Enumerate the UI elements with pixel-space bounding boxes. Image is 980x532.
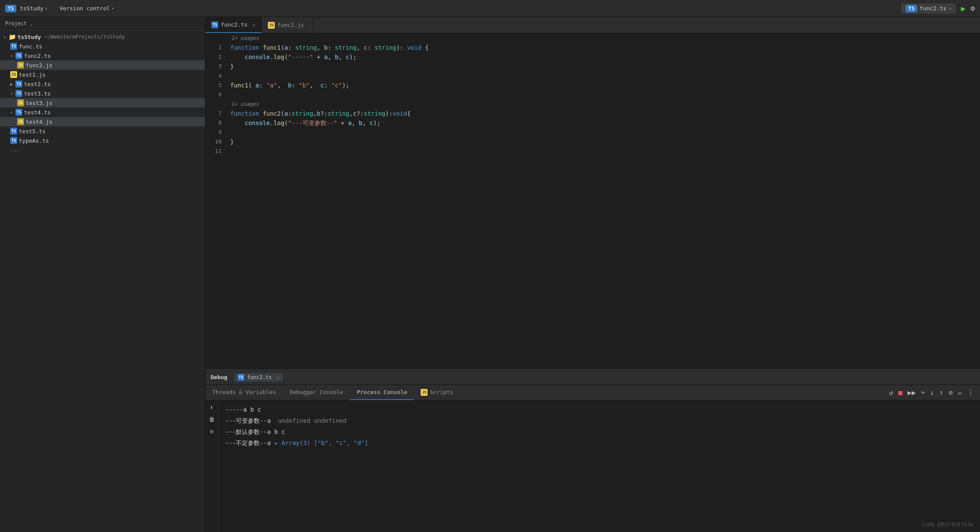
sidebar-item-test4-ts[interactable]: ▾ TS test4.ts xyxy=(0,108,205,117)
sidebar-item-test4-js[interactable]: JS test4.js xyxy=(0,117,205,126)
file-name: test3.js xyxy=(26,100,53,106)
sidebar-fade-item: ... xyxy=(0,145,205,154)
line-numbers: 1 2 3 4 5 6 7 8 9 10 11 xyxy=(205,33,227,369)
vc-label: Version control xyxy=(59,5,110,12)
line-num-3: 3 xyxy=(205,62,222,71)
console-output: -----a b c ---可变参数--a undefined undefine… xyxy=(218,400,980,532)
sidebar-item-test5-ts[interactable]: TS test5.ts xyxy=(0,126,205,136)
line-num-8: 8 xyxy=(205,118,222,128)
step-out-button[interactable]: ↑ xyxy=(938,388,944,398)
code-line-4 xyxy=(230,71,980,81)
sidebar-item-func-ts[interactable]: TS func.ts xyxy=(0,42,205,51)
project-header-label[interactable]: Project ⌄ xyxy=(5,21,33,27)
tab-close-func2-ts[interactable]: ✕ xyxy=(252,21,255,28)
ts-icon: TS xyxy=(15,52,22,59)
stop-button[interactable]: ■ xyxy=(897,388,903,398)
tab-func2-ts[interactable]: TS func2.ts ✕ xyxy=(205,17,262,33)
tab-process-console-label: Process Console xyxy=(357,389,407,395)
clear-button[interactable]: ✏ xyxy=(957,388,963,398)
usage-hint-1: 1+ usages xyxy=(230,33,980,43)
file-name: test2.ts xyxy=(24,81,51,87)
line-num-6: 6 xyxy=(205,90,222,99)
tab-threads-variables-label: Threads & Variables xyxy=(212,389,276,395)
sidebar-item-test1-js[interactable]: JS test1.js xyxy=(0,70,205,79)
run-button[interactable]: ▶ xyxy=(961,4,966,13)
code-line-6 xyxy=(230,90,980,99)
trash-button[interactable]: 🗑 xyxy=(209,416,215,423)
sidebar-item-test3-ts[interactable]: ▾ TS test3.ts xyxy=(0,89,205,98)
vc-menu[interactable]: Version control ▾ xyxy=(59,5,114,12)
run-config-chevron: ▾ xyxy=(949,6,951,11)
step-into-button[interactable]: ↓ xyxy=(929,388,935,398)
debug-file-close[interactable]: ✕ xyxy=(276,374,279,381)
code-line-8: console.log("---可变参数--" + a, b, c); xyxy=(230,118,980,128)
ts-badge: TS xyxy=(5,5,16,12)
debug-panel: Debug TS func2.ts ✕ Threads & Variables … xyxy=(205,369,980,532)
debug-tabs: Threads & Variables Debugger Console Pro… xyxy=(205,385,980,400)
tab-debugger-console[interactable]: Debugger Console xyxy=(283,385,350,400)
sidebar-item-func2-ts[interactable]: ▾ TS func2.ts xyxy=(0,51,205,60)
scripts-js-icon: JS xyxy=(421,389,428,396)
more-button[interactable]: ⋮ xyxy=(966,388,975,398)
ts-icon: TS xyxy=(15,81,22,87)
ts-icon: TS xyxy=(10,137,17,144)
sidebar-item-typeAs-ts[interactable]: TS typeAs.ts xyxy=(0,136,205,145)
tab-process-console[interactable]: Process Console xyxy=(350,385,414,400)
project-menu[interactable]: tsStudy ▾ xyxy=(20,5,48,12)
titlebar: TS tsStudy ▾ Version control ▾ TS func2.… xyxy=(0,0,980,17)
js-dark-icon: JS xyxy=(17,99,24,106)
code-line-9 xyxy=(230,128,980,137)
main-area: Project ⌄ ▾ 📁 tsStudy ~/WebstormProjects… xyxy=(0,17,980,532)
debug-title: Debug xyxy=(211,374,227,380)
line-num-11: 11 xyxy=(205,146,222,156)
console-line-3: ---默认参数--a b c xyxy=(225,426,973,437)
run-config[interactable]: TS func2.ts ▾ xyxy=(901,3,956,14)
debug-header: Debug TS func2.ts ✕ xyxy=(205,370,980,385)
line-num-2: 2 xyxy=(205,52,222,62)
tree-root[interactable]: ▾ 📁 tsStudy ~/WebstormProjects/tsStudy xyxy=(0,32,205,42)
file-name: test3.ts xyxy=(24,90,51,97)
sidebar-item-test3-js[interactable]: JS test3.js xyxy=(0,98,205,108)
run-config-name: func2.ts xyxy=(920,5,947,12)
file-name: test4.js xyxy=(26,119,53,125)
titlebar-right: TS func2.ts ▾ ▶ ⚙ xyxy=(901,3,975,14)
ts-icon: TS xyxy=(10,43,17,50)
mute-button[interactable]: ⊘ xyxy=(948,388,954,398)
root-folder-name: tsStudy xyxy=(18,34,41,40)
filter-button[interactable]: ⊘ xyxy=(210,428,213,435)
code-editor: 1 2 3 4 5 6 7 8 9 10 11 1+ usages functi… xyxy=(205,33,980,369)
tab-scripts[interactable]: JS Scripts xyxy=(414,385,460,400)
file-name: func2.js xyxy=(26,62,53,69)
tab-ts-icon: TS xyxy=(211,21,218,28)
tab-debugger-console-label: Debugger Console xyxy=(290,389,343,395)
rerun-button[interactable]: ↺ xyxy=(888,388,894,398)
resume-button[interactable]: ▶▶ xyxy=(907,388,917,398)
debug-file-name: func2.ts xyxy=(247,374,272,380)
ts-icon: TS xyxy=(15,109,22,116)
step-over-button[interactable]: ↷ xyxy=(920,388,926,398)
js-dark-icon: JS xyxy=(17,118,24,125)
tab-scripts-label: Scripts xyxy=(430,389,453,395)
project-name: tsStudy xyxy=(20,5,43,12)
run-ts-badge: TS xyxy=(906,5,917,12)
tab-func2-js[interactable]: JS func2.js xyxy=(262,17,313,33)
root-folder-path: ~/WebstormProjects/tsStudy xyxy=(45,34,125,40)
code-line-3: } xyxy=(230,62,980,71)
tab-js-icon: JS xyxy=(268,22,275,29)
download-button[interactable]: ⬇ xyxy=(210,404,213,411)
tab-name: func2.js xyxy=(277,22,304,28)
line-num-10: 10 xyxy=(205,137,222,146)
tab-threads-variables[interactable]: Threads & Variables xyxy=(205,385,283,400)
file-name: typeAs.ts xyxy=(19,137,49,144)
sidebar-item-func2-js[interactable]: JS func2.js xyxy=(0,60,205,70)
ts-icon: TS xyxy=(10,128,17,134)
root-folder-icon: 📁 xyxy=(9,33,16,40)
tab-name: func2.ts xyxy=(221,21,248,28)
sidebar-item-test2-ts[interactable]: ▶ TS test2.ts xyxy=(0,79,205,89)
console-text-2: ---可变参数--a undefined undefined xyxy=(225,415,347,426)
debug-active-file[interactable]: TS func2.ts ✕ xyxy=(234,373,283,382)
line-num-1: 1 xyxy=(205,43,222,52)
console-line-2: ---可变参数--a undefined undefined xyxy=(225,415,973,426)
settings-button[interactable]: ⚙ xyxy=(971,4,975,12)
usage-hint-2: 1+ usages xyxy=(230,99,980,109)
